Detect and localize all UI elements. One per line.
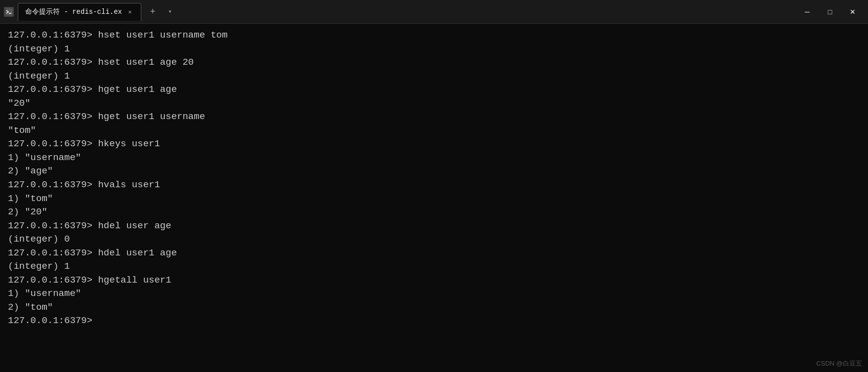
terminal-line: 127.0.0.1:6379> hset user1 username tom (8, 29, 860, 42)
terminal-line: (integer) 0 (8, 233, 860, 247)
title-bar: 命令提示符 - redis-cli.ex ✕ + ▾ ─ □ ✕ (0, 0, 868, 24)
close-button[interactable]: ✕ (841, 4, 864, 20)
terminal-line: (integer) 1 (8, 42, 860, 56)
terminal-line: 1) "username" (8, 151, 860, 165)
terminal-output: 127.0.0.1:6379> hset user1 username tom(… (8, 29, 860, 328)
terminal-line: 2) "age" (8, 165, 860, 178)
tab-title: 命令提示符 - redis-cli.ex (25, 7, 122, 16)
tab-dropdown-button[interactable]: ▾ (164, 6, 176, 18)
terminal-line: 1) "tom" (8, 192, 860, 206)
terminal-line: 127.0.0.1:6379> (8, 314, 860, 328)
window-controls: ─ □ ✕ (796, 4, 864, 20)
terminal-line: 1) "username" (8, 287, 860, 301)
terminal-line: "tom" (8, 124, 860, 138)
terminal-line: 127.0.0.1:6379> hdel user age (8, 219, 860, 233)
terminal-line: (integer) 1 (8, 70, 860, 83)
minimize-button[interactable]: ─ (796, 4, 819, 20)
terminal-line: 127.0.0.1:6379> hgetall user1 (8, 274, 860, 288)
terminal-icon (4, 7, 14, 17)
active-tab[interactable]: 命令提示符 - redis-cli.ex ✕ (18, 3, 141, 21)
terminal-line: 127.0.0.1:6379> hget user1 age (8, 83, 860, 97)
terminal-line: 127.0.0.1:6379> hkeys user1 (8, 137, 860, 151)
new-tab-button[interactable]: + (145, 4, 160, 19)
terminal-line: 2) "tom" (8, 301, 860, 315)
terminal-line: 127.0.0.1:6379> hset user1 age 20 (8, 56, 860, 70)
terminal-line: 2) "20" (8, 206, 860, 219)
maximize-button[interactable]: □ (819, 4, 841, 20)
terminal-line: 127.0.0.1:6379> hdel user1 age (8, 247, 860, 260)
terminal-line: 127.0.0.1:6379> hvals user1 (8, 178, 860, 192)
watermark: CSDN @白豆五 (816, 359, 862, 368)
terminal-line: 127.0.0.1:6379> hget user1 username (8, 110, 860, 124)
tab-close-button[interactable]: ✕ (126, 8, 134, 16)
terminal-body[interactable]: 127.0.0.1:6379> hset user1 username tom(… (0, 24, 868, 372)
terminal-line: "20" (8, 97, 860, 111)
title-bar-left: 命令提示符 - redis-cli.ex ✕ + ▾ (4, 3, 796, 21)
terminal-line: (integer) 1 (8, 260, 860, 274)
